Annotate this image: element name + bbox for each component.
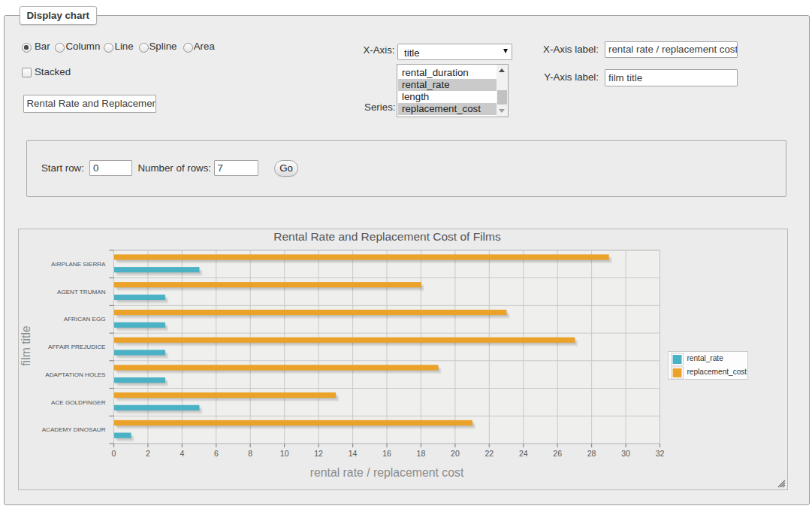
svg-text:6: 6 — [214, 449, 219, 458]
svg-text:20: 20 — [451, 449, 460, 458]
svg-text:14: 14 — [349, 449, 358, 458]
svg-text:28: 28 — [587, 449, 596, 458]
svg-text:22: 22 — [484, 449, 494, 458]
svg-text:4: 4 — [180, 449, 184, 458]
svg-text:AFFAIR PREJUDICE: AFFAIR PREJUDICE — [48, 344, 106, 350]
svg-text:rental_rate: rental_rate — [687, 354, 724, 362]
svg-text:ACADEMY DINOSAUR: ACADEMY DINOSAUR — [42, 426, 106, 433]
svg-text:ADAPTATION HOLES: ADAPTATION HOLES — [45, 371, 106, 378]
svg-text:2: 2 — [146, 449, 150, 458]
svg-text:16: 16 — [382, 449, 391, 458]
svg-text:replacement_cost: replacement_cost — [687, 368, 747, 376]
svg-text:0: 0 — [112, 449, 116, 458]
svg-text:12: 12 — [314, 449, 323, 458]
svg-text:AFRICAN EGG: AFRICAN EGG — [64, 316, 106, 323]
svg-text:18: 18 — [417, 449, 426, 458]
svg-text:8: 8 — [248, 449, 252, 458]
svg-text:AGENT TRUMAN: AGENT TRUMAN — [57, 289, 106, 295]
svg-text:30: 30 — [621, 449, 630, 458]
svg-text:Rental Rate and Replacement Co: Rental Rate and Replacement Cost of Film… — [273, 230, 501, 243]
svg-text:24: 24 — [519, 449, 528, 458]
svg-text:10: 10 — [280, 449, 289, 458]
svg-text:AIRPLANE SIERRA: AIRPLANE SIERRA — [51, 261, 106, 268]
svg-text:film title: film title — [20, 326, 32, 366]
svg-text:rental rate / replacement cost: rental rate / replacement cost — [310, 466, 464, 479]
svg-text:32: 32 — [656, 449, 665, 458]
svg-text:ACE GOLDFINGER: ACE GOLDFINGER — [51, 399, 106, 406]
svg-text:26: 26 — [553, 449, 562, 458]
